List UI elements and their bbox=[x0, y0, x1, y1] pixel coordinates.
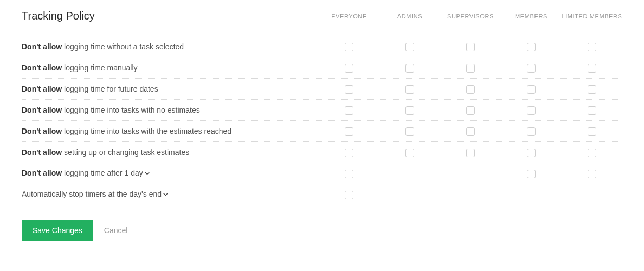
rule-label: Don't allowlogging time into tasks with … bbox=[22, 127, 319, 136]
checkbox[interactable] bbox=[345, 149, 353, 157]
checkbox-cell bbox=[562, 126, 622, 136]
rule-row: Don't allowlogging time into tasks with … bbox=[22, 100, 622, 121]
checkbox[interactable] bbox=[466, 149, 475, 157]
checkbox[interactable] bbox=[466, 43, 475, 51]
rule-prefix: Don't allow bbox=[22, 63, 62, 72]
checkbox-cell bbox=[379, 147, 440, 157]
rule-text: logging time into tasks with the estimat… bbox=[64, 127, 231, 136]
checkbox-cell bbox=[562, 84, 622, 94]
checkbox[interactable] bbox=[345, 106, 353, 115]
checkbox-cell bbox=[319, 105, 379, 115]
rule-prefix: Don't allow bbox=[22, 148, 62, 157]
rule-text: setting up or changing task estimates bbox=[64, 148, 189, 157]
rule-select[interactable]: at the day's end bbox=[108, 190, 168, 199]
checkbox[interactable] bbox=[588, 43, 596, 51]
rule-label: Don't allowlogging time into tasks with … bbox=[22, 106, 319, 114]
checkbox[interactable] bbox=[527, 106, 536, 115]
checkbox[interactable] bbox=[405, 106, 414, 115]
chevron-down-icon bbox=[145, 170, 150, 176]
checkbox-cell bbox=[379, 84, 440, 94]
rule-text: logging time for future dates bbox=[64, 85, 158, 93]
rule-row: Don't allowlogging time without a task s… bbox=[22, 36, 622, 57]
checkbox[interactable] bbox=[405, 149, 414, 157]
checkbox-cell bbox=[562, 42, 622, 51]
checkbox-cell bbox=[501, 169, 562, 178]
rule-row: Don't allowlogging time manually bbox=[22, 57, 622, 79]
page-title: Tracking Policy bbox=[22, 10, 106, 22]
rule-text: logging time into tasks with no estimate… bbox=[64, 106, 200, 114]
column-header-members: MEMBERS bbox=[501, 13, 562, 20]
checkbox[interactable] bbox=[588, 64, 596, 73]
rule-select[interactable]: 1 day bbox=[125, 169, 150, 178]
column-header-limited-members: LIMITED MEMBERS bbox=[562, 13, 622, 20]
checkbox-cell bbox=[501, 63, 562, 73]
rule-text: Automatically stop timers bbox=[22, 190, 106, 198]
rule-label: Don't allowlogging time for future dates bbox=[22, 85, 319, 93]
rule-row: Don't allowlogging time after1 day bbox=[22, 163, 622, 184]
checkbox-cell bbox=[440, 105, 501, 115]
rule-text: logging time without a task selected bbox=[64, 42, 184, 51]
rule-label: Automatically stop timersat the day's en… bbox=[22, 190, 319, 199]
rule-row: Don't allowlogging time for future dates bbox=[22, 79, 622, 100]
checkbox-cell bbox=[379, 42, 440, 51]
checkbox-cell bbox=[319, 84, 379, 94]
checkbox[interactable] bbox=[345, 64, 353, 73]
rule-row: Don't allowsetting up or changing task e… bbox=[22, 142, 622, 163]
checkbox[interactable] bbox=[588, 149, 596, 157]
checkbox[interactable] bbox=[345, 127, 353, 136]
checkbox[interactable] bbox=[588, 106, 596, 115]
checkbox[interactable] bbox=[588, 170, 596, 178]
checkbox[interactable] bbox=[345, 85, 353, 94]
checkbox[interactable] bbox=[527, 127, 536, 136]
checkbox-cell bbox=[440, 42, 501, 51]
cancel-button[interactable]: Cancel bbox=[104, 226, 128, 235]
checkbox-cell bbox=[562, 147, 622, 157]
checkbox[interactable] bbox=[527, 85, 536, 94]
checkbox-cell bbox=[379, 126, 440, 136]
column-header-admins: ADMINS bbox=[379, 13, 440, 20]
rule-label: Don't allowlogging time after1 day bbox=[22, 169, 319, 178]
checkbox-cell bbox=[440, 147, 501, 157]
checkbox[interactable] bbox=[527, 149, 536, 157]
checkbox[interactable] bbox=[405, 64, 414, 73]
column-header-everyone: EVERYONE bbox=[319, 13, 379, 20]
checkbox[interactable] bbox=[588, 127, 596, 136]
checkbox[interactable] bbox=[527, 170, 536, 178]
checkbox-cell bbox=[440, 63, 501, 73]
checkbox[interactable] bbox=[466, 64, 475, 73]
chevron-down-icon bbox=[163, 191, 168, 197]
checkbox[interactable] bbox=[527, 43, 536, 51]
rule-row: Automatically stop timersat the day's en… bbox=[22, 184, 622, 205]
rule-text: logging time after bbox=[64, 169, 122, 177]
checkbox[interactable] bbox=[466, 106, 475, 115]
rule-prefix: Don't allow bbox=[22, 85, 62, 93]
checkbox-cell bbox=[562, 105, 622, 115]
rule-select-value: 1 day bbox=[125, 169, 143, 177]
rule-prefix: Don't allow bbox=[22, 169, 62, 177]
checkbox-cell bbox=[379, 63, 440, 73]
rule-label: Don't allowlogging time without a task s… bbox=[22, 42, 319, 51]
checkbox[interactable] bbox=[466, 127, 475, 136]
checkbox[interactable] bbox=[405, 43, 414, 51]
checkbox-cell bbox=[501, 126, 562, 136]
checkbox-cell bbox=[440, 126, 501, 136]
checkbox-cell bbox=[501, 147, 562, 157]
checkbox[interactable] bbox=[345, 191, 353, 199]
checkbox[interactable] bbox=[345, 170, 353, 178]
checkbox[interactable] bbox=[405, 85, 414, 94]
checkbox[interactable] bbox=[345, 43, 353, 51]
rule-prefix: Don't allow bbox=[22, 106, 62, 114]
rule-select-value: at the day's end bbox=[108, 190, 162, 198]
checkbox[interactable] bbox=[466, 85, 475, 94]
checkbox-cell bbox=[319, 42, 379, 51]
checkbox-cell bbox=[319, 63, 379, 73]
checkbox[interactable] bbox=[405, 127, 414, 136]
rule-prefix: Don't allow bbox=[22, 127, 62, 136]
save-button[interactable]: Save Changes bbox=[22, 220, 93, 241]
checkbox[interactable] bbox=[527, 64, 536, 73]
rule-text: logging time manually bbox=[64, 63, 137, 72]
rule-prefix: Don't allow bbox=[22, 42, 62, 51]
checkbox[interactable] bbox=[588, 85, 596, 94]
checkbox-cell bbox=[319, 169, 379, 178]
checkbox-cell bbox=[379, 105, 440, 115]
